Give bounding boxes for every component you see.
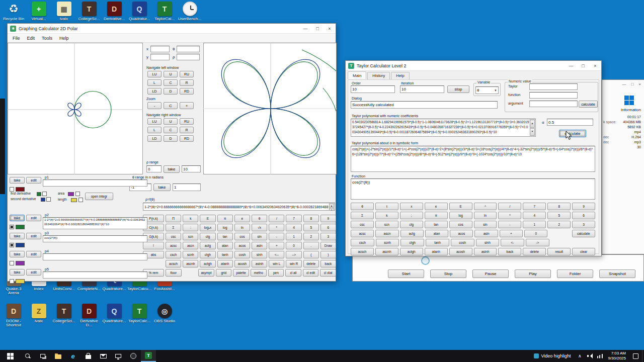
tab-main[interactable]: Main xyxy=(348,71,366,79)
gc-key-metho[interactable]: metho xyxy=(251,269,267,277)
gc-key-blank[interactable]: : xyxy=(183,224,198,231)
tc-minimize-button[interactable]: — xyxy=(565,61,577,70)
menu-help[interactable]: Help xyxy=(56,35,72,42)
p1-color-swatch[interactable] xyxy=(16,187,25,192)
gc-key-tanh[interactable]: tanh xyxy=(217,251,233,258)
nav-left-ld[interactable]: LD xyxy=(147,88,162,95)
tc-key-sin[interactable]: sin xyxy=(474,221,497,228)
variable-select[interactable]: θ ▼ xyxy=(475,86,499,94)
taylor-calculator-icon[interactable]: T xyxy=(141,350,156,362)
gc-key-scn[interactable]: scn xyxy=(183,233,198,240)
tc-key-blank[interactable]: + xyxy=(500,230,523,237)
start-button[interactable] xyxy=(0,350,20,362)
tc-key-result[interactable]: result xyxy=(547,248,571,255)
zoom-c[interactable]: C xyxy=(164,102,178,109)
recorder-maximize-button[interactable]: □ xyxy=(631,82,633,86)
tc-key-blank[interactable]: <- xyxy=(501,239,524,246)
gc-key-atanh[interactable]: atanh xyxy=(217,260,233,267)
gc-key-cl-all[interactable]: cl all xyxy=(285,269,301,277)
desktop-icon-userbenchmark[interactable]: UserBench... xyxy=(177,2,202,21)
recorder-folder-button[interactable]: Folder xyxy=(557,269,593,278)
function-box[interactable]: cos(2*(θ)) xyxy=(351,178,595,200)
desktop-icon-college-scientific-calculator-2[interactable]: TCollegeSci... xyxy=(51,304,76,328)
gc-key-scnh[interactable]: scnh xyxy=(183,251,198,258)
gc-key-cl-edit[interactable]: cl edit xyxy=(303,269,319,277)
tc-close-button[interactable]: × xyxy=(589,61,601,70)
first-derivative-swatch[interactable] xyxy=(37,192,41,196)
p2-visible-checkbox[interactable] xyxy=(10,225,14,229)
tc-key-e[interactable]: e xyxy=(425,203,448,210)
gc-key-tan[interactable]: tan xyxy=(217,233,233,240)
gc-key-5[interactable]: 5 xyxy=(303,224,319,231)
open-integr-button[interactable]: open integr xyxy=(85,193,113,200)
gc-key-pen[interactable]: pen xyxy=(268,269,284,277)
nav-right-ld[interactable]: LD xyxy=(147,135,162,142)
recorder-snapshot-button[interactable]: Snapshot xyxy=(599,269,635,278)
gc-key-e[interactable]: E xyxy=(200,215,215,222)
nav-left-r[interactable]: R xyxy=(180,79,194,86)
tc-key-asinh[interactable]: asinh xyxy=(474,248,497,255)
nav-left-l[interactable]: L xyxy=(147,79,162,86)
gc-key-log[interactable]: log xyxy=(217,224,233,231)
gc-key-ascn[interactable]: ascn xyxy=(183,242,198,249)
desktop-icon-taylor-calculator[interactable]: TTaylorCal... xyxy=(152,2,177,21)
tc-key-acsch[interactable]: acsch xyxy=(351,248,374,255)
tc-key-ctg[interactable]: ctg xyxy=(400,221,423,228)
desktop-icon-doom-shortcut[interactable]: DDOOM - Shortcut xyxy=(1,304,26,328)
tc-key-acsc[interactable]: acsc xyxy=(351,230,374,237)
gc-key-ctgh[interactable]: ctgh xyxy=(200,251,215,258)
zoom-blank[interactable]: + xyxy=(180,102,194,109)
tc-key-blank[interactable]: τ xyxy=(375,203,398,210)
tc-key-acosh[interactable]: acosh xyxy=(449,248,472,255)
desktop-icon-lvalx-top[interactable]: ▦lvalx xyxy=(51,2,76,21)
p4-formula-field[interactable] xyxy=(43,253,147,260)
photos-icon[interactable] xyxy=(111,350,126,362)
x-input[interactable] xyxy=(150,46,170,52)
p3-visible-checkbox[interactable] xyxy=(10,243,14,247)
desktop-icon-obs-studio[interactable]: ◎OBS Studio xyxy=(152,304,177,328)
alpha-input[interactable]: 0.5 xyxy=(547,119,593,126)
gc-key-win-r[interactable]: win R xyxy=(286,260,301,267)
tc-key-atanh[interactable]: atanh xyxy=(425,248,448,255)
action-center-icon[interactable] xyxy=(629,350,642,362)
tc-key-calculate[interactable]: calculate xyxy=(572,230,595,237)
p4-take-button[interactable]: take xyxy=(10,251,25,257)
gc-key-blank[interactable]: - xyxy=(269,233,284,240)
nav-right-rd[interactable]: RD xyxy=(180,135,194,142)
gc-key-8[interactable]: 8 xyxy=(303,215,319,222)
p1-visible-checkbox[interactable] xyxy=(10,187,14,192)
p2-formula-field[interactable]: 1-2*(θ)^2+0.66666666666667*(θ)^4-0.08888… xyxy=(43,217,147,229)
rho-range-min-input[interactable]: 0 xyxy=(146,165,162,172)
show-desktop-button[interactable] xyxy=(642,350,644,362)
formula-spinner[interactable]: ▲▼ xyxy=(329,204,334,210)
hidden-icons-chevron[interactable]: ∧ xyxy=(575,350,585,362)
gc-key-blank[interactable]: <-- xyxy=(269,251,284,258)
gc-key-4[interactable]: 4 xyxy=(286,224,301,231)
tc-key-7[interactable]: 7 xyxy=(523,203,546,210)
formula-input[interactable]: 1-2*(θ)^2+0.66666666666666667*(θ)^4-0.08… xyxy=(143,203,335,211)
coefficients-spinner[interactable]: ▲▼ xyxy=(530,120,535,136)
tc-key-e[interactable]: E xyxy=(449,203,472,210)
recorder-close-button[interactable]: × xyxy=(638,82,641,86)
tc-key-ascn[interactable]: ascn xyxy=(375,230,398,237)
gc-key-blank[interactable]: + xyxy=(269,242,284,249)
p5-edit-button[interactable]: edit xyxy=(26,269,41,276)
nav-right-l[interactable]: L xyxy=(147,127,162,133)
p2-edit-button[interactable]: edit xyxy=(26,215,41,221)
task-view-icon[interactable] xyxy=(35,350,50,362)
tc-key-6[interactable]: 6 xyxy=(572,212,595,219)
p4-visible-checkbox[interactable] xyxy=(10,261,14,265)
gc-key-0[interactable]: 0 xyxy=(286,242,301,249)
tc-key-csch[interactable]: csch xyxy=(351,239,374,246)
mail-icon[interactable] xyxy=(96,350,111,362)
desktop-icon-quadrature-calculator[interactable]: QQuadratur... xyxy=(127,2,152,21)
gc-key-csc[interactable]: csc xyxy=(166,233,181,240)
gc-key-back[interactable]: back xyxy=(320,260,336,267)
p2-color-swatch[interactable] xyxy=(16,225,25,229)
gc-key-ln[interactable]: ln xyxy=(234,224,250,231)
p3-formula-field[interactable]: cos(2*(θ)) xyxy=(43,235,147,242)
desktop-icon-quadrature-calculator-3[interactable]: QQuadrature... xyxy=(102,304,127,328)
gc-key-x[interactable]: √x xyxy=(252,224,267,231)
p4-edit-button[interactable]: edit xyxy=(26,251,41,257)
taylor-value-input[interactable] xyxy=(529,83,578,90)
